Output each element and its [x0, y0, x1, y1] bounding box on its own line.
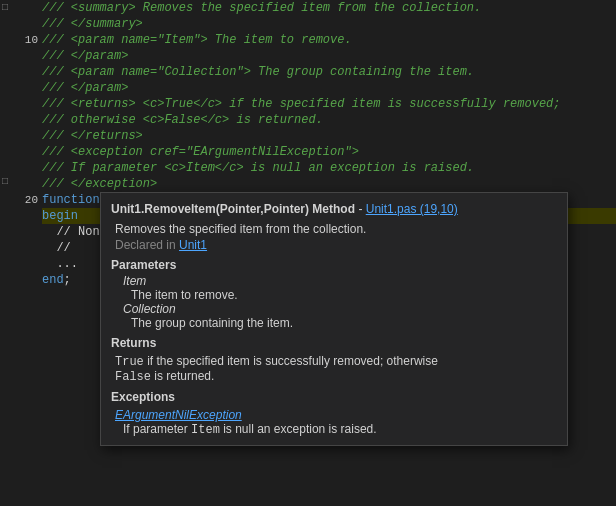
code-text: /// </param> [42, 80, 128, 96]
tooltip-returns-line2: False is returned. [115, 369, 214, 383]
line-numbers: 10 20 [14, 0, 42, 506]
code-line-3: /// <param name="Item"> The item to remo… [42, 32, 616, 48]
line-num-10: 10 [14, 32, 38, 48]
code-text: /// <exception cref="EArgumentNilExcepti… [42, 144, 359, 160]
line-num-blank10 [14, 160, 38, 176]
code-line-8: /// otherwise <c>False</c> is returned. [42, 112, 616, 128]
code-line-6: /// </param> [42, 80, 616, 96]
code-line-9: /// </returns> [42, 128, 616, 144]
code-text: // Non- [42, 224, 107, 240]
line-num-blank6 [14, 96, 38, 112]
code-text: ; [64, 272, 71, 288]
line-num-blank4 [14, 64, 38, 80]
tooltip-exception-link[interactable]: EArgumentNilException [115, 408, 557, 422]
code-text: /// </param> [42, 48, 128, 64]
line-num-blank9 [14, 144, 38, 160]
tooltip-param-collection-desc: The group containing the item. [131, 316, 557, 330]
code-line-5: /// <param name="Collection"> The group … [42, 64, 616, 80]
tooltip-returns-line1: True if the specified item is successful… [115, 354, 438, 368]
code-line-11: /// If parameter <c>Item</c> is null an … [42, 160, 616, 176]
code-text: end [42, 272, 64, 288]
tooltip-exc-prefix: If parameter [123, 422, 191, 436]
tooltip-exceptions-header: Exceptions [111, 390, 557, 404]
code-text: /// <returns> <c>True</c> if the specifi… [42, 96, 560, 112]
tooltip-params-header: Parameters [111, 258, 557, 272]
code-line-12: /// </exception> [42, 176, 616, 192]
tooltip-title-sep: - [358, 202, 365, 216]
line-num-blank11 [14, 176, 38, 192]
line-num-blank3 [14, 48, 38, 64]
line-num-blank13 [14, 224, 38, 240]
expand-gutter: □ □ [0, 0, 14, 506]
tooltip-method-name: Unit1.RemoveItem(Pointer,Pointer) Method [111, 202, 355, 216]
line-num-blank14 [14, 240, 38, 256]
code-line-1: /// <summary> Removes the specified item… [42, 0, 616, 16]
line-num-blank5 [14, 80, 38, 96]
line-num-20: 20 [14, 192, 38, 208]
code-text: /// <summary> Removes the specified item… [42, 0, 481, 16]
code-text: /// If parameter <c>Item</c> is null an … [42, 160, 474, 176]
editor-container: □ □ 10 20 [0, 0, 616, 506]
line-num-blank2 [14, 16, 38, 32]
tooltip-title-row: Unit1.RemoveItem(Pointer,Pointer) Method… [111, 201, 557, 218]
tooltip-param-item-desc: The item to remove. [131, 288, 557, 302]
tooltip-declared-prefix: Declared in [115, 238, 179, 252]
tooltip-exc-code: Item [191, 423, 220, 437]
code-text: function [42, 192, 107, 208]
code-text: /// </exception> [42, 176, 157, 192]
tooltip-param-collection-name: Collection [123, 302, 557, 316]
code-text: /// <param name="Item"> The item to remo… [42, 32, 352, 48]
code-line-10: /// <exception cref="EArgumentNilExcepti… [42, 144, 616, 160]
tooltip-returns-text: True if the specified item is successful… [115, 354, 557, 384]
code-text: /// </returns> [42, 128, 143, 144]
code-text: /// <param name="Collection"> The group … [42, 64, 474, 80]
tooltip-declared-link[interactable]: Unit1 [179, 238, 207, 252]
line-num-blank8 [14, 128, 38, 144]
code-text: /// otherwise <c>False</c> is returned. [42, 112, 323, 128]
tooltip-declared: Declared in Unit1 [115, 238, 557, 252]
tooltip-title-link[interactable]: Unit1.pas (19,10) [366, 202, 458, 216]
tooltip-returns-header: Returns [111, 336, 557, 350]
code-line-7: /// <returns> <c>True</c> if the specifi… [42, 96, 616, 112]
tooltip-description: Removes the specified item from the coll… [115, 222, 557, 236]
code-text: ... [42, 256, 78, 272]
expand-icon-2[interactable]: □ [0, 176, 14, 192]
tooltip-exc-suffix: is null an exception is raised. [220, 422, 377, 436]
line-num-blank7 [14, 112, 38, 128]
expand-icon-1[interactable]: □ [0, 0, 14, 16]
code-line-2: /// </summary> [42, 16, 616, 32]
tooltip-param-item-name: Item [123, 274, 557, 288]
tooltip-popup: Unit1.RemoveItem(Pointer,Pointer) Method… [100, 192, 568, 446]
line-num-blank1 [14, 0, 38, 16]
code-line-4: /// </param> [42, 48, 616, 64]
tooltip-params: Item The item to remove. Collection The … [115, 274, 557, 330]
code-text: // [42, 240, 71, 256]
line-num-blank12 [14, 208, 38, 224]
code-text: /// </summary> [42, 16, 143, 32]
code-text: begin [42, 208, 78, 224]
tooltip-exception-desc: If parameter Item is null an exception i… [123, 422, 557, 437]
